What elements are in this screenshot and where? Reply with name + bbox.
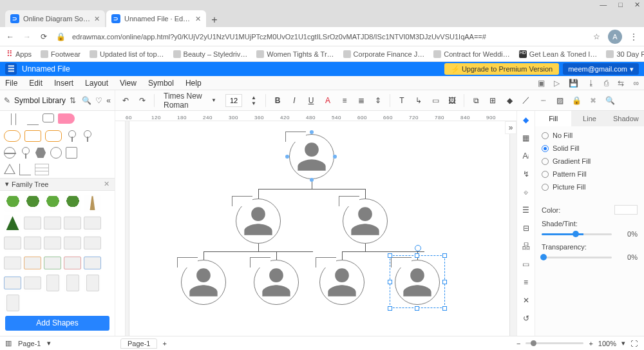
tree-shape[interactable] xyxy=(24,195,41,212)
image-rail-icon[interactable]: ▦ xyxy=(521,133,531,143)
section-family-tree[interactable]: ▾ Family Tree ✕ xyxy=(0,178,115,191)
person-card-shape[interactable] xyxy=(64,255,81,272)
pin-shape[interactable] xyxy=(19,147,31,159)
resize-handle[interactable] xyxy=(415,306,419,311)
align-icon[interactable]: ⊞ xyxy=(488,96,498,105)
menu-view[interactable]: View xyxy=(120,79,137,88)
tree-shape[interactable] xyxy=(64,195,81,212)
lock-icon[interactable]: 🔒 xyxy=(571,96,582,105)
person-card-shape[interactable] xyxy=(4,295,21,312)
transparency-slider[interactable] xyxy=(542,253,612,261)
person-card-shape[interactable] xyxy=(84,255,101,272)
resize-handle[interactable] xyxy=(388,306,392,311)
connector[interactable] xyxy=(204,251,313,252)
menu-symbol[interactable]: Symbol xyxy=(148,79,174,88)
save-icon[interactable]: 💾 xyxy=(569,79,578,88)
tools-icon[interactable]: ✖ xyxy=(588,96,598,105)
zoom-slider[interactable] xyxy=(526,342,583,344)
page-name[interactable]: Page-1 xyxy=(18,340,41,347)
url-text[interactable]: edrawmax.com/online/app.html?y0/KUjV2yU1… xyxy=(72,33,585,41)
forward-icon[interactable]: → xyxy=(22,32,32,41)
connector[interactable] xyxy=(365,244,366,251)
dash-icon[interactable]: ┈ xyxy=(538,96,548,105)
app-logo-icon[interactable]: ☰ xyxy=(5,63,17,75)
edit-icon[interactable]: ▨ xyxy=(554,96,565,105)
tab-line[interactable]: Line xyxy=(571,111,607,126)
bookmark-item[interactable]: Beauty – Styledriv… xyxy=(173,50,248,58)
fill-option-pattern[interactable]: Pattern Fill xyxy=(542,170,638,178)
collapse-left-icon[interactable]: « xyxy=(106,96,111,105)
italic-icon[interactable]: I xyxy=(289,96,299,105)
brace-shape[interactable] xyxy=(15,113,23,125)
person-card-shape[interactable] xyxy=(64,235,81,252)
resize-handle[interactable] xyxy=(442,253,447,258)
ellipse-shape[interactable] xyxy=(50,147,62,159)
present-icon[interactable]: ▣ xyxy=(538,79,545,88)
browser-tab[interactable]: ⊃ Unnamed File · Edraw Max ✕ xyxy=(106,10,206,27)
right-angle-shape[interactable] xyxy=(19,164,31,175)
resize-handle[interactable] xyxy=(388,253,392,258)
line-style-icon[interactable]: ／ xyxy=(521,95,531,106)
tab-shadow[interactable]: Shadow xyxy=(608,111,644,126)
person-node[interactable] xyxy=(319,260,365,305)
tree-shape[interactable] xyxy=(4,195,21,212)
close-icon[interactable]: ✕ xyxy=(634,1,640,9)
resize-handle[interactable] xyxy=(442,306,447,311)
tree-shape[interactable] xyxy=(44,195,61,212)
person-node[interactable] xyxy=(236,199,281,244)
fill-option-nofill[interactable]: No Fill xyxy=(542,131,638,139)
resize-handle[interactable] xyxy=(388,280,392,284)
theme-rail-icon[interactable]: ⊟ xyxy=(521,223,531,233)
canvas[interactable]: » xyxy=(126,121,516,336)
bookmark-item[interactable]: Women Tights & Tr… xyxy=(256,50,334,58)
chevron-down-icon[interactable]: ▾ xyxy=(47,339,51,347)
tab-close-icon[interactable]: ✕ xyxy=(94,15,100,23)
person-node[interactable] xyxy=(343,199,388,244)
bold-icon[interactable]: B xyxy=(272,96,283,105)
person-card-shape[interactable] xyxy=(44,235,61,252)
search-icon[interactable]: 🔍 xyxy=(82,96,91,105)
history-rail-icon[interactable]: ↺ xyxy=(521,313,531,324)
share-icon[interactable]: ⇆ xyxy=(618,79,624,88)
size-stepper-icon[interactable]: ▲▼ xyxy=(249,95,259,106)
rounded-rect-shape[interactable] xyxy=(45,130,62,142)
person-card-shape[interactable] xyxy=(24,275,41,292)
zoom-out-icon[interactable]: − xyxy=(516,340,520,347)
add-shapes-button[interactable]: Add Shapes xyxy=(5,316,109,331)
bookmark-item[interactable]: Updated list of top… xyxy=(90,50,164,58)
text-rail-icon[interactable]: Aᵢ xyxy=(521,151,531,161)
doc-title[interactable]: Unnamed File xyxy=(22,64,70,73)
person-card-shape[interactable] xyxy=(24,235,41,252)
menu-layout[interactable]: Layout xyxy=(85,79,108,88)
fill-option-gradient[interactable]: Gradient Fill xyxy=(542,157,638,165)
square-shape[interactable] xyxy=(66,147,77,159)
account-menu[interactable]: meem@gmail.com▾ xyxy=(563,63,639,75)
connector[interactable] xyxy=(276,251,277,260)
text-box-icon[interactable]: T xyxy=(397,96,407,105)
person-card-shape[interactable] xyxy=(24,215,41,232)
bookmark-item[interactable]: 30 Day Fitness Chal… xyxy=(606,50,644,58)
bookmark-item[interactable]: Contract for Weddi… xyxy=(433,50,510,58)
resize-handle[interactable] xyxy=(415,253,419,258)
bookmark-item[interactable]: Footwear xyxy=(41,50,80,58)
person-card-shape[interactable] xyxy=(84,235,101,252)
image-icon[interactable]: 🖼 xyxy=(447,96,457,105)
size-rail-icon[interactable]: ⟐ xyxy=(521,187,531,197)
person-card-shape[interactable] xyxy=(84,215,101,232)
connector-icon[interactable]: ↳ xyxy=(413,96,424,105)
upgrade-button[interactable]: ⚡ Upgrade to Premium Version xyxy=(444,63,559,75)
tree-rail-icon[interactable]: 品 xyxy=(521,241,531,251)
tree-shape[interactable] xyxy=(4,215,21,232)
person-node[interactable] xyxy=(181,260,226,305)
person-card-shape[interactable] xyxy=(4,255,21,272)
layers-rail-icon[interactable]: ☰ xyxy=(521,205,531,215)
heart-icon[interactable]: ♡ xyxy=(95,96,102,105)
connector[interactable] xyxy=(204,251,204,260)
connector[interactable] xyxy=(342,251,343,260)
person-node[interactable] xyxy=(254,260,299,305)
download-icon[interactable]: ⭳ xyxy=(587,79,595,88)
min-icon[interactable]: — xyxy=(600,1,607,8)
tab-fill[interactable]: Fill xyxy=(535,111,571,126)
collapse-right-icon[interactable]: » xyxy=(505,121,516,134)
menu-file[interactable]: File xyxy=(5,79,17,88)
